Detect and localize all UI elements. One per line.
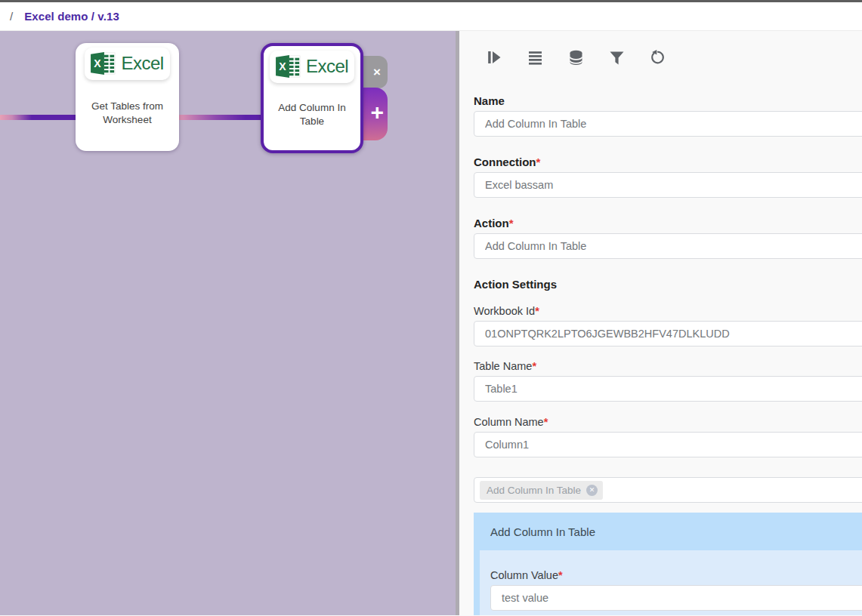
node-config-panel: Name Connection* Action* Action Settings… (459, 31, 862, 615)
action-input[interactable] (474, 233, 862, 259)
excel-wordmark: Excel (121, 54, 163, 72)
excel-icon: X (91, 51, 116, 75)
chip-label: Add Column In Table (487, 485, 581, 496)
excel-wordmark: Excel (306, 57, 348, 75)
excel-icon: X (276, 54, 301, 79)
card-header: Add Column In Table (474, 513, 862, 550)
action-settings-heading: Action Settings (474, 278, 862, 291)
action-field-group: Action* (474, 217, 862, 259)
panel-toolbar (486, 47, 862, 68)
column-name-input[interactable] (474, 432, 862, 457)
breadcrumb-root-slash: / (10, 10, 13, 23)
database-icon[interactable] (567, 48, 584, 66)
plus-icon: + (370, 101, 384, 124)
required-asterisk: * (536, 156, 541, 168)
table-name-field-group: Table Name* (474, 360, 862, 402)
required-asterisk: * (535, 305, 539, 317)
workbook-id-field-group: Workbook Id* (474, 305, 862, 346)
required-asterisk: * (509, 217, 514, 229)
breadcrumb-bar: / Excel demo / v.13 (0, 2, 862, 31)
run-icon[interactable] (486, 48, 502, 66)
node-add-column-in-table-selected[interactable]: X Excel Add Column In Table (261, 43, 363, 153)
table-name-input[interactable] (474, 376, 862, 402)
node-title: Add Column In Table (266, 101, 358, 128)
name-label: Name (474, 94, 862, 107)
excel-logo: X Excel (270, 51, 354, 83)
required-asterisk: * (532, 360, 536, 372)
action-settings-card: Add Column In Table Column Value* (474, 513, 862, 615)
menu-icon[interactable] (527, 48, 543, 66)
card-body: Column Value* (474, 550, 862, 615)
filter-icon[interactable] (608, 48, 625, 66)
node-title: Get Tables from Worksheet (82, 100, 174, 127)
connection-field-group: Connection* (474, 156, 862, 198)
action-label: Action* (474, 217, 862, 229)
undo-icon[interactable] (649, 48, 666, 66)
column-name-field-group: Column Name* (474, 416, 862, 457)
workflow-canvas[interactable]: × + X Excel (0, 31, 456, 615)
required-asterisk: * (558, 569, 563, 581)
close-icon: × (373, 66, 381, 79)
selected-action-chip-field[interactable]: Add Column In Table ✕ (474, 477, 862, 503)
workbook-id-label: Workbook Id* (474, 305, 862, 317)
chip-remove-icon[interactable]: ✕ (586, 485, 598, 496)
breadcrumb[interactable]: Excel demo / v.13 (24, 10, 119, 23)
column-name-label: Column Name* (474, 416, 862, 428)
excel-logo: X Excel (85, 48, 169, 80)
column-value-label: Column Value* (490, 569, 862, 581)
workbook-id-input[interactable] (474, 321, 862, 346)
required-asterisk: * (544, 416, 548, 428)
action-chip: Add Column In Table ✕ (480, 481, 603, 500)
name-field-group: Name (474, 94, 862, 137)
node-get-tables-from-worksheet[interactable]: X Excel Get Tables from Worksheet (76, 43, 179, 151)
connection-input[interactable] (474, 172, 862, 198)
svg-text:X: X (94, 57, 102, 69)
name-input[interactable] (474, 111, 862, 137)
column-value-input[interactable] (490, 585, 862, 611)
svg-text:X: X (279, 60, 286, 72)
connection-label: Connection* (474, 156, 862, 168)
table-name-label: Table Name* (474, 360, 862, 372)
edge-incoming (0, 115, 85, 120)
